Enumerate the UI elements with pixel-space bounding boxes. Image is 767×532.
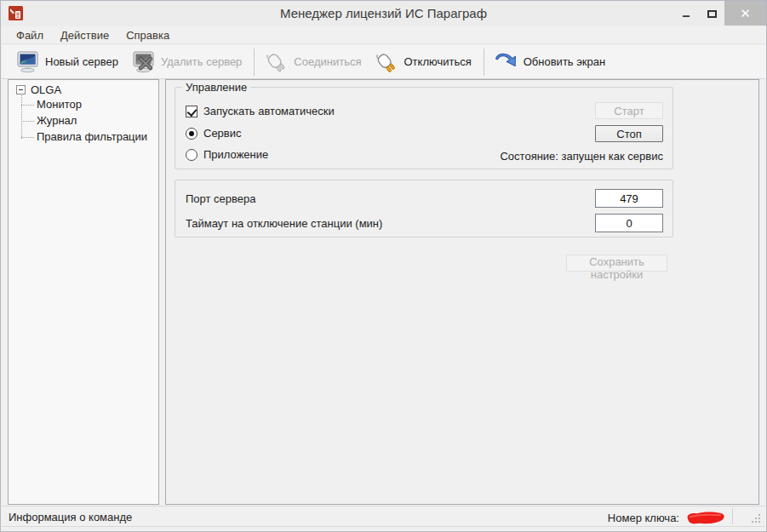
- connect-label: Соединиться: [294, 55, 361, 68]
- service-radio-row[interactable]: Сервис: [186, 127, 242, 140]
- server-port-label: Порт сервера: [186, 192, 256, 205]
- statusbar: Информация о команде Номер ключа:: [2, 506, 765, 527]
- tree-item-label: Журнал: [37, 114, 77, 127]
- stop-button[interactable]: Стоп: [595, 125, 663, 142]
- close-button[interactable]: ✕: [724, 1, 766, 26]
- new-server-label: Новый сервер: [45, 55, 118, 68]
- tree-node-filter-rules[interactable]: Правила фильтрации: [37, 130, 147, 143]
- delete-server-button: Удалить сервер: [126, 47, 249, 77]
- maximize-icon: [707, 10, 717, 18]
- new-server-monitor-icon: [15, 49, 41, 75]
- save-settings-button: Сохранить настройки: [566, 255, 667, 272]
- tree-node-monitor[interactable]: Монитор: [37, 98, 82, 111]
- toolbar-separator: [484, 49, 484, 76]
- tree-root-label: OLGA: [31, 83, 61, 96]
- toolbar: Новый сервер Удалить сервер: [2, 45, 765, 79]
- content-area: OLGA Монитор Журнал Правила фильтрации У…: [8, 79, 759, 505]
- tree-node-olga[interactable]: OLGA: [16, 83, 61, 96]
- application-radio-row[interactable]: Приложение: [186, 148, 268, 161]
- start-button: Старт: [595, 102, 663, 119]
- tree-node-journal[interactable]: Журнал: [37, 114, 77, 127]
- resize-grip[interactable]: [748, 511, 760, 523]
- tree-item-label: Правила фильтрации: [37, 130, 147, 143]
- tree-connector-line: [21, 94, 22, 139]
- disconnect-label: Отключиться: [404, 55, 471, 68]
- key-number-label: Номер ключа:: [608, 512, 679, 524]
- delete-server-monitor-icon: [131, 49, 157, 75]
- menu-help[interactable]: Справка: [118, 27, 177, 43]
- menu-file[interactable]: Файл: [9, 27, 51, 43]
- menubar: Файл Действие Справка: [2, 26, 765, 44]
- app-window: Менеджер лицензий ИС Параграф – ✕ Файл Д…: [0, 0, 767, 532]
- maximize-button[interactable]: [699, 1, 724, 26]
- autostart-label: Запускать автоматически: [203, 105, 335, 117]
- station-timeout-label: Таймаут на отключение станции (мин): [186, 217, 382, 230]
- autostart-checkbox[interactable]: [186, 106, 197, 117]
- panel-splitter[interactable]: [159, 79, 165, 505]
- service-state-text: Состояние: запущен как сервис: [500, 150, 663, 163]
- titlebar: Менеджер лицензий ИС Параграф – ✕: [1, 1, 766, 26]
- server-port-input[interactable]: [595, 189, 663, 208]
- management-group-title: Управление: [182, 81, 250, 94]
- tree-item-label: Монитор: [37, 98, 82, 111]
- disconnect-plug-icon: [374, 49, 399, 75]
- service-radio-label: Сервис: [203, 127, 242, 140]
- connection-settings-groupbox: Порт сервера Таймаут на отключение станц…: [175, 180, 673, 237]
- application-radio[interactable]: [186, 149, 197, 161]
- window-title: Менеджер лицензий ИС Параграф: [1, 6, 766, 20]
- status-message: Информация о команде: [9, 511, 132, 523]
- menu-action[interactable]: Действие: [53, 27, 117, 43]
- new-server-button[interactable]: Новый сервер: [10, 47, 126, 77]
- disconnect-button[interactable]: Отключиться: [369, 47, 478, 77]
- refresh-arrow-icon: [494, 49, 519, 75]
- refresh-screen-button[interactable]: Обновить экран: [489, 47, 613, 77]
- management-groupbox: Управление Запускать автоматически Серви…: [175, 87, 673, 169]
- redacted-key-scribble: [684, 510, 727, 526]
- connect-plug-icon: [264, 49, 289, 75]
- server-tree-panel: OLGA Монитор Журнал Правила фильтрации: [8, 79, 159, 505]
- server-settings-panel: Управление Запускать автоматически Серви…: [165, 79, 759, 505]
- toolbar-separator: [254, 49, 255, 76]
- station-timeout-input[interactable]: [595, 214, 663, 232]
- minimize-button[interactable]: –: [673, 1, 699, 26]
- connect-button: Соединиться: [259, 47, 369, 77]
- autostart-checkbox-row[interactable]: Запускать автоматически: [186, 105, 335, 117]
- delete-server-label: Удалить сервер: [161, 55, 242, 68]
- refresh-screen-label: Обновить экран: [524, 55, 605, 68]
- service-radio[interactable]: [186, 128, 197, 140]
- collapse-expander-icon[interactable]: [16, 85, 26, 94]
- statusbar-separator: [732, 508, 733, 524]
- application-radio-label: Приложение: [203, 148, 268, 161]
